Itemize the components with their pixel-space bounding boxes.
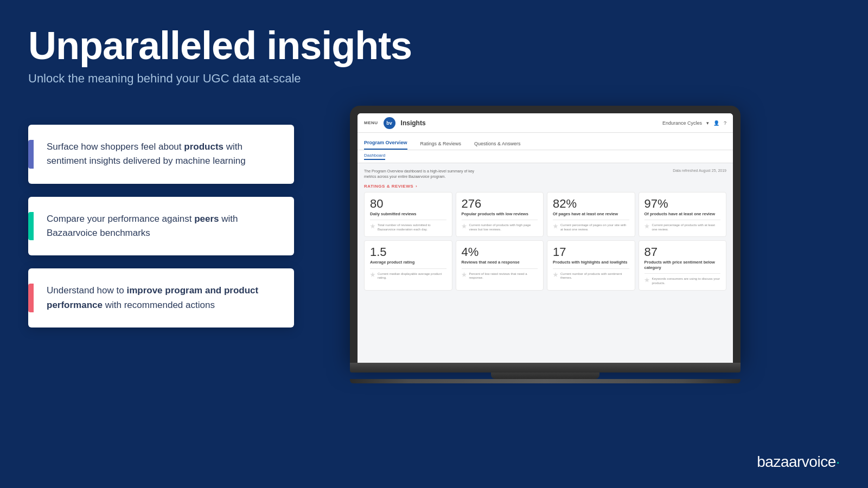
dashboard-description: The Program Overview dashboard is a high… xyxy=(364,169,483,179)
metric-label-products: Of products have at least one review xyxy=(644,211,721,217)
star-icon-5 xyxy=(370,272,375,278)
metric-reviews-response: 4% Reviews that need a response Percent … xyxy=(456,240,544,291)
metric-popular-products: 276 Popular products with low reviews Cu… xyxy=(456,192,544,237)
metric-sub-daily: Total number of reviews submitted to Baz… xyxy=(378,223,446,232)
subnav-dashboard[interactable]: Dashboard xyxy=(364,153,385,160)
metric-highlights: 17 Products with highlights and lowlight… xyxy=(547,240,635,291)
metric-sub-products: Current percentage of products with at l… xyxy=(652,223,721,232)
metric-label-daily: Daily submitted reviews xyxy=(370,211,446,217)
metrics-row-2: 1.5 Average product rating Current media… xyxy=(364,240,726,291)
star-icon-4 xyxy=(644,223,650,229)
metric-label-highlights: Products with highlights and lowlights xyxy=(553,260,629,265)
laptop-base xyxy=(350,363,741,373)
data-refresh: Data refreshed August 25, 2019 xyxy=(673,169,726,179)
metric-label-pages: Of pages have at least one review xyxy=(553,211,629,217)
card-improve: Understand how to improve program and pr… xyxy=(28,268,294,328)
metric-sub-highlights: Current number of products with sentimen… xyxy=(560,272,629,281)
metrics-row-1: 80 Daily submitted reviews Total number … xyxy=(364,192,726,237)
metric-sub-popular: Current number of products with high pag… xyxy=(469,223,538,232)
star-icon-7 xyxy=(553,272,558,278)
metric-value-97: 97% xyxy=(644,198,721,210)
dashboard-subnav: Dashboard xyxy=(358,150,733,163)
laptop-mockup: MENU bv Insights Endurance Cycles ▾ 👤 ? … xyxy=(350,106,741,383)
page-subtitle: Unlock the meaning behind your UGC data … xyxy=(28,72,412,86)
dashboard-description-row: The Program Overview dashboard is a high… xyxy=(364,169,726,179)
metric-pages-review: 82% Of pages have at least one review Cu… xyxy=(547,192,635,237)
nav-questions-answers[interactable]: Questions & Answers xyxy=(474,141,521,150)
metric-value-276: 276 xyxy=(462,198,538,210)
card-accent-purple xyxy=(28,140,34,169)
metric-products-review: 97% Of products have at least one review… xyxy=(639,192,727,237)
card-accent-teal xyxy=(28,212,34,241)
card-improve-text: Understand how to improve program and pr… xyxy=(47,284,279,312)
metric-sub-avg: Current median displayable average produ… xyxy=(378,272,446,281)
bazaarvoice-footer-logo: bazaarvoice· xyxy=(757,453,840,471)
dashboard-content: The Program Overview dashboard is a high… xyxy=(358,163,733,299)
page-title: Unparalleled insights xyxy=(28,24,412,67)
star-icon-2 xyxy=(462,223,467,229)
metric-sub-price: Keywords consumers are using to discuss … xyxy=(652,277,721,286)
star-icon-6 xyxy=(462,272,467,278)
header-section: Unparalleled insights Unlock the meaning… xyxy=(28,24,412,86)
dashboard-topbar: MENU bv Insights Endurance Cycles ▾ 👤 ? xyxy=(358,113,733,133)
bv-logo-icon: bv xyxy=(384,117,395,129)
star-icon-8 xyxy=(644,277,650,282)
metric-sub-pages: Current percentage of pages on your site… xyxy=(560,223,629,232)
card-benchmarks-text: Compare your performance against peers w… xyxy=(47,212,279,241)
laptop-screen: MENU bv Insights Endurance Cycles ▾ 👤 ? … xyxy=(358,113,733,363)
feature-cards: Surface how shoppers feel about products… xyxy=(28,125,294,328)
help-icon[interactable]: ? xyxy=(724,120,726,126)
metric-avg-rating: 1.5 Average product rating Current media… xyxy=(364,240,452,291)
metric-label-avg: Average product rating xyxy=(370,260,446,265)
bv-brand-name: bazaarvoice· xyxy=(757,453,840,470)
card-accent-red xyxy=(28,284,34,312)
metric-value-17: 17 xyxy=(553,246,629,258)
metric-value-82: 82% xyxy=(553,198,629,210)
menu-button[interactable]: MENU xyxy=(364,120,378,125)
metric-value-87: 87 xyxy=(644,246,721,258)
metric-sub-response: Percent of low rated reviews that need a… xyxy=(469,272,538,281)
laptop-bezel: MENU bv Insights Endurance Cycles ▾ 👤 ? … xyxy=(350,106,741,363)
star-icon-3 xyxy=(553,223,558,229)
nav-ratings-reviews[interactable]: Ratings & Reviews xyxy=(420,141,462,150)
dropdown-label[interactable]: Endurance Cycles xyxy=(662,120,702,126)
star-icon xyxy=(370,223,375,229)
metric-value-80: 80 xyxy=(370,198,446,210)
section-title-ratings: RATINGS & REVIEWS › xyxy=(364,184,726,189)
metric-daily-reviews: 80 Daily submitted reviews Total number … xyxy=(364,192,452,237)
nav-program-overview[interactable]: Program Overview xyxy=(364,140,407,150)
metric-value-4: 4% xyxy=(462,246,538,258)
bv-dot: · xyxy=(836,453,840,470)
card-sentiment: Surface how shoppers feel about products… xyxy=(28,125,294,184)
topbar-right: Endurance Cycles ▾ 👤 ? xyxy=(662,120,726,126)
laptop-stand xyxy=(491,373,599,379)
card-benchmarks: Compare your performance against peers w… xyxy=(28,197,294,256)
metric-label-response: Reviews that need a response xyxy=(462,260,538,265)
dashboard-nav: Program Overview Ratings & Reviews Quest… xyxy=(358,133,733,150)
metric-price-sentiment: 87 Products with price sentiment below c… xyxy=(639,240,727,291)
metric-label-popular: Popular products with low reviews xyxy=(462,211,538,217)
user-icon[interactable]: 👤 xyxy=(713,120,719,126)
app-name-label: Insights xyxy=(401,119,426,127)
dropdown-arrow[interactable]: ▾ xyxy=(706,120,709,126)
card-sentiment-text: Surface how shoppers feel about products… xyxy=(47,140,279,169)
metric-label-price: Products with price sentiment below cate… xyxy=(644,260,721,271)
metric-value-1-5: 1.5 xyxy=(370,246,446,258)
dashboard: MENU bv Insights Endurance Cycles ▾ 👤 ? … xyxy=(358,113,733,363)
laptop-foot xyxy=(350,379,741,383)
